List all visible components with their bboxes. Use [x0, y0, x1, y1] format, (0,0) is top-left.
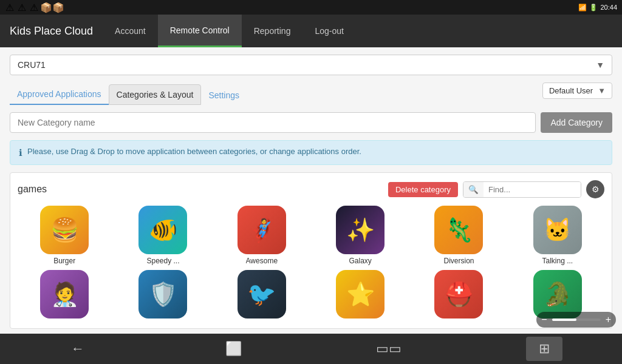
grid-button[interactable]: ⊞ — [526, 337, 562, 361]
status-bar-right: 📶 🔋 20:44 — [578, 4, 617, 12]
nav-logout[interactable]: Log-out — [302, 15, 355, 47]
app-icon-awesome: 🦸 — [238, 206, 286, 254]
app-icon-star: ⭐ — [336, 270, 384, 318]
device-selector[interactable]: CRU71 ▼ — [10, 55, 612, 75]
app-icon-galaxy: ✨ — [336, 206, 384, 254]
category-settings-button[interactable]: ⚙ — [586, 180, 604, 198]
app-icon-dr: 🧑‍⚕️ — [40, 270, 89, 318]
app-item[interactable]: 🛡️ — [116, 270, 210, 321]
app-icon-crow: 🐦 — [238, 270, 286, 318]
zoom-control: − + — [536, 312, 616, 328]
status-icons-left: ⚠ ⚠ ⚠ 📦 📦 — [5, 3, 63, 12]
zoom-slider-fill — [552, 318, 576, 321]
main-content: CRU71 ▼ Approved Applications Categories… — [0, 47, 622, 334]
zoom-slider[interactable] — [552, 318, 601, 321]
tab-categories-layout[interactable]: Categories & Layout — [109, 84, 202, 105]
device-chevron-icon: ▼ — [596, 60, 604, 70]
app-icon-diversion: 🦎 — [434, 206, 483, 254]
app-item[interactable]: 🐦 — [215, 270, 309, 321]
app-grid: 🍔Burger🐠Speedy ...🦸Awesome✨Galaxy🦎Divers… — [18, 206, 604, 321]
tabs-user-row: Approved Applications Categories & Layou… — [10, 83, 612, 106]
tab-approved-applications[interactable]: Approved Applications — [10, 84, 109, 105]
app-icon-helmet: ⛑️ — [434, 270, 483, 318]
device-value: CRU71 — [18, 60, 46, 70]
app-item[interactable]: 🐱Talking ... — [511, 206, 604, 265]
user-dropdown-chevron-icon: ▼ — [598, 86, 606, 95]
app-item[interactable]: ⛑️ — [412, 270, 505, 321]
battery-icon: 🔋 — [589, 4, 598, 12]
input-row: Add Category — [10, 112, 612, 133]
app-icon-croc: 🐊 — [533, 270, 582, 318]
warning-icon-2: ⚠ — [17, 3, 27, 12]
nav-reporting[interactable]: Reporting — [242, 15, 303, 47]
app-icon-1: 📦 — [41, 3, 51, 12]
app-icon-talking: 🐱 — [533, 206, 582, 254]
warning-icon-1: ⚠ — [5, 3, 15, 12]
info-message: Please, use Drag & Drop to move applicat… — [27, 147, 361, 156]
recents-button[interactable]: ▭▭ — [371, 337, 407, 361]
user-dropdown-value: Default User — [549, 86, 593, 95]
status-time: 20:44 — [600, 4, 617, 11]
user-dropdown[interactable]: Default User ▼ — [542, 83, 612, 99]
app-label: Awesome — [246, 257, 278, 265]
app-label: Talking ... — [542, 257, 573, 265]
tab-settings[interactable]: Settings — [201, 86, 247, 105]
info-banner: ℹ Please, use Drag & Drop to move applic… — [10, 140, 612, 165]
bottom-nav: ← ⬜ ▭▭ ⊞ — [0, 334, 622, 364]
category-section: games Delete category 🔍 ⚙ 🍔Burger🐠Speedy… — [10, 172, 612, 329]
navbar: Kids Place Cloud Account Remote Control … — [0, 15, 622, 47]
app-icon-burger: 🍔 — [40, 206, 89, 254]
back-button[interactable]: ← — [60, 337, 96, 361]
app-label: Diversion — [443, 257, 474, 265]
search-box: 🔍 — [463, 181, 581, 198]
category-actions: Delete category 🔍 ⚙ — [388, 180, 604, 198]
app-label: Speedy ... — [146, 257, 179, 265]
category-header: games Delete category 🔍 ⚙ — [18, 180, 604, 198]
wifi-icon: 📶 — [578, 4, 587, 12]
category-name: games — [18, 184, 47, 195]
app-label: Burger — [53, 257, 75, 265]
app-item[interactable]: 🧑‍⚕️ — [18, 270, 111, 321]
status-bar: ⚠ ⚠ ⚠ 📦 📦 📶 🔋 20:44 — [0, 0, 622, 15]
app-search-input[interactable] — [484, 182, 581, 197]
app-label: Galaxy — [349, 257, 371, 265]
add-category-button[interactable]: Add Category — [541, 112, 612, 133]
info-icon: ℹ — [19, 147, 22, 158]
delete-category-button[interactable]: Delete category — [388, 182, 458, 197]
tabs-container: Approved Applications Categories & Layou… — [10, 84, 247, 105]
app-icon-speedy: 🐠 — [138, 206, 187, 254]
app-icon-2: 📦 — [53, 3, 63, 12]
app-item[interactable]: ⭐ — [313, 270, 407, 321]
new-category-input[interactable] — [10, 112, 536, 133]
nav-remote-control[interactable]: Remote Control — [158, 15, 242, 47]
zoom-in-button[interactable]: + — [606, 314, 611, 325]
app-item[interactable]: 🐠Speedy ... — [116, 206, 210, 265]
nav-account[interactable]: Account — [103, 15, 158, 47]
brand-name: Kids Place Cloud — [10, 25, 93, 38]
app-item[interactable]: ✨Galaxy — [313, 206, 407, 265]
warning-icon-3: ⚠ — [29, 3, 39, 12]
app-item[interactable]: 🦎Diversion — [412, 206, 505, 265]
app-item[interactable]: 🍔Burger — [18, 206, 111, 265]
home-button[interactable]: ⬜ — [215, 337, 251, 361]
app-item[interactable]: 🦸Awesome — [215, 206, 309, 265]
app-icon-sword: 🛡️ — [138, 270, 187, 318]
search-icon-button[interactable]: 🔍 — [463, 182, 484, 197]
zoom-out-button[interactable]: − — [541, 314, 547, 325]
